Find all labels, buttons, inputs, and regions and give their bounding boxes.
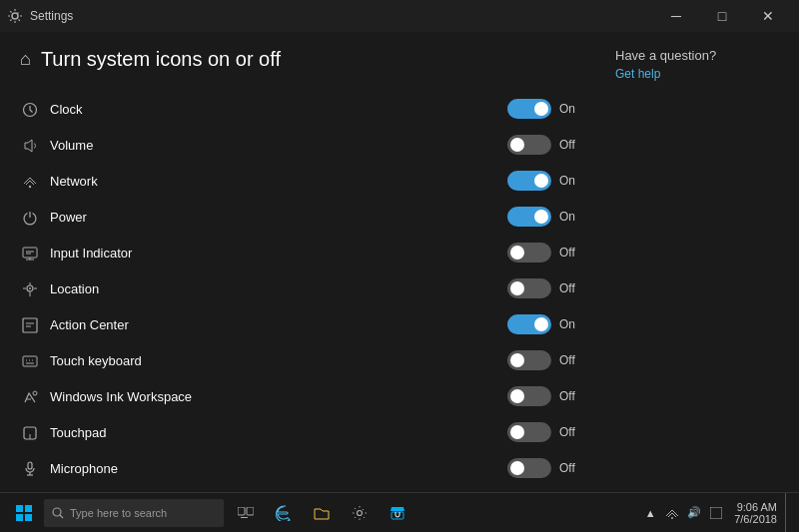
touchpad-icon <box>20 423 40 440</box>
microphone-label: Microphone <box>50 461 497 476</box>
action-center-toggle-label: On <box>559 317 579 331</box>
start-button[interactable] <box>4 493 44 533</box>
settings-taskbar-icon <box>353 506 367 520</box>
svg-point-6 <box>29 287 31 289</box>
action-center-toggle[interactable] <box>507 314 551 334</box>
setting-row-touchpad: TouchpadOff <box>20 414 579 450</box>
location-toggle[interactable] <box>507 278 551 298</box>
touch-keyboard-label: Touch keyboard <box>50 353 497 368</box>
edge-button[interactable] <box>266 493 302 533</box>
show-desktop-button[interactable] <box>785 493 791 533</box>
store-icon <box>391 506 404 520</box>
taskbar-clock[interactable]: 9:06 AM 7/6/2018 <box>728 493 783 533</box>
explorer-icon <box>314 506 330 520</box>
windows-ink-icon <box>20 387 40 404</box>
taskview-button[interactable] <box>228 493 264 533</box>
taskbar-search[interactable]: Type here to search <box>44 499 224 527</box>
maximize-button[interactable]: □ <box>699 0 745 32</box>
minimize-button[interactable]: ─ <box>653 0 699 32</box>
setting-row-microphone: MicrophoneOff <box>20 450 579 486</box>
windows-ink-label: Windows Ink Workspace <box>50 389 497 404</box>
setting-row-power: PowerOn <box>20 199 579 235</box>
microphone-toggle-knob <box>510 461 524 475</box>
network-icon <box>20 172 40 189</box>
svg-rect-4 <box>23 248 37 258</box>
svg-rect-27 <box>241 517 248 518</box>
left-panel: ⌂ Turn system icons on or off ClockOnVol… <box>0 32 599 492</box>
power-icon <box>20 208 40 225</box>
setting-row-touch-keyboard: Touch keyboardOff <box>20 342 579 378</box>
main-content: ⌂ Turn system icons on or off ClockOnVol… <box>0 32 799 492</box>
clock-toggle-container: On <box>507 99 579 119</box>
volume-toggle-knob <box>510 138 524 152</box>
microphone-toggle[interactable] <box>507 458 551 478</box>
clock-toggle[interactable] <box>507 99 551 119</box>
volume-tray-icon[interactable]: 🔊 <box>684 493 704 533</box>
svg-point-28 <box>358 510 363 515</box>
network-toggle-container: On <box>507 171 579 191</box>
network-icon <box>665 507 679 519</box>
get-help-link[interactable]: Get help <box>615 67 660 81</box>
svg-rect-11 <box>23 318 37 332</box>
touch-keyboard-toggle-container: Off <box>507 350 579 370</box>
explorer-button[interactable] <box>304 493 340 533</box>
network-toggle[interactable] <box>507 171 551 191</box>
touch-keyboard-toggle-label: Off <box>559 353 579 367</box>
clock-date: 7/6/2018 <box>734 513 777 525</box>
chevron-up-icon[interactable]: ▲ <box>640 493 660 533</box>
power-toggle-container: On <box>507 207 579 227</box>
setting-row-clock: ClockOn <box>20 91 579 127</box>
network-tray-icon[interactable] <box>662 493 682 533</box>
svg-rect-12 <box>23 356 37 366</box>
network-label: Network <box>50 174 497 189</box>
windows-ink-toggle[interactable] <box>507 386 551 406</box>
volume-label: Volume <box>50 138 497 153</box>
location-icon <box>20 279 40 296</box>
clock-icon <box>20 100 40 117</box>
setting-row-input-indicator: Input IndicatorOff <box>20 235 579 270</box>
settings-list: ClockOnVolumeOffNetworkOnPowerOnInput In… <box>20 91 579 486</box>
notification-tray-icon[interactable] <box>706 493 726 533</box>
close-button[interactable]: ✕ <box>745 0 791 32</box>
touch-keyboard-toggle[interactable] <box>507 350 551 370</box>
location-toggle-knob <box>510 281 524 295</box>
volume-icon <box>20 136 40 153</box>
clock-toggle-knob <box>534 102 548 116</box>
svg-rect-31 <box>710 507 722 519</box>
store-button[interactable] <box>380 493 415 533</box>
network-toggle-knob <box>534 174 548 188</box>
title-bar-left: Settings <box>8 9 73 23</box>
svg-point-23 <box>53 508 61 516</box>
svg-point-13 <box>33 391 37 395</box>
input-indicator-toggle[interactable] <box>507 243 551 263</box>
svg-rect-29 <box>392 512 403 519</box>
location-toggle-label: Off <box>559 281 579 295</box>
microphone-toggle-container: Off <box>507 458 579 478</box>
touch-keyboard-icon <box>20 351 40 368</box>
setting-row-action-center: Action CenterOn <box>20 306 579 342</box>
app-title: Settings <box>30 9 73 23</box>
microphone-toggle-label: Off <box>559 461 579 475</box>
location-label: Location <box>50 281 497 296</box>
settings-button[interactable] <box>342 493 378 533</box>
power-toggle[interactable] <box>507 207 551 227</box>
setting-row-location: LocationOff <box>20 270 579 306</box>
clock-time: 9:06 AM <box>737 501 777 513</box>
right-panel: Have a question? Get help <box>599 32 799 492</box>
page-header: ⌂ Turn system icons on or off <box>20 48 579 71</box>
svg-rect-21 <box>16 514 23 521</box>
search-placeholder: Type here to search <box>70 507 167 519</box>
setting-row-windows-ink: Windows Ink WorkspaceOff <box>20 378 579 414</box>
svg-rect-20 <box>25 505 32 512</box>
taskbar: Type here to search <box>0 492 799 532</box>
title-bar-controls: ─ □ ✕ <box>653 0 791 32</box>
touchpad-toggle[interactable] <box>507 422 551 442</box>
power-toggle-knob <box>534 210 548 224</box>
svg-line-24 <box>60 515 63 518</box>
touchpad-toggle-knob <box>510 425 524 439</box>
settings-app-icon <box>8 9 22 23</box>
action-center-toggle-container: On <box>507 314 579 334</box>
action-center-toggle-knob <box>534 317 548 331</box>
volume-toggle-label: Off <box>559 138 579 152</box>
volume-toggle[interactable] <box>507 135 551 155</box>
